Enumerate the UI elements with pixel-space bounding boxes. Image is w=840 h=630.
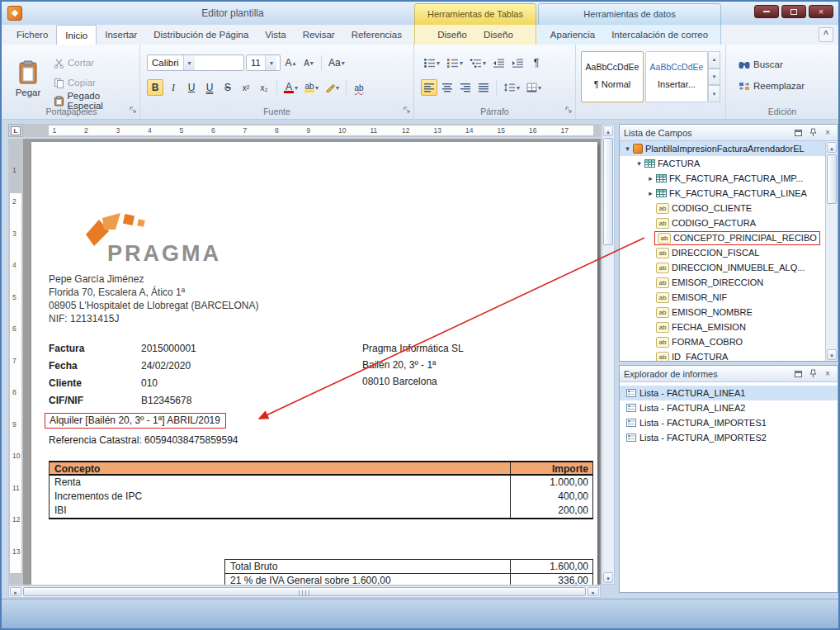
document-page[interactable]: PRAGMA Pepe García Jiménez Florida 70, E… bbox=[31, 142, 597, 585]
close-panel-button[interactable]: × bbox=[822, 368, 833, 380]
strikethrough-button[interactable]: S bbox=[219, 79, 236, 96]
change-case-button[interactable]: Aa▾ bbox=[326, 54, 347, 71]
scroll-up-button[interactable]: ▴ bbox=[827, 142, 837, 153]
scroll-up-button[interactable]: ▴ bbox=[603, 126, 613, 136]
tab-insertar[interactable]: Insertar bbox=[97, 25, 145, 45]
tab-revisar[interactable]: Revisar bbox=[295, 25, 343, 45]
font-color-button[interactable]: A▾ bbox=[281, 79, 300, 96]
tree-item-emisor-direccion[interactable]: ab EMISOR_DIRECCION bbox=[620, 275, 838, 290]
justify-button[interactable] bbox=[475, 79, 492, 96]
tree-item-emisor-nombre[interactable]: ab EMISOR_NOMBRE bbox=[620, 305, 838, 320]
list-item-factura-importes1[interactable]: Lista - FACTURA_IMPORTES1 bbox=[620, 415, 838, 430]
grow-font-button[interactable]: A▴ bbox=[282, 54, 299, 71]
align-center-button[interactable] bbox=[439, 79, 455, 96]
tree-item-emisor-nif[interactable]: ab EMISOR_NIF bbox=[620, 290, 838, 305]
tree-item-codigo-factura[interactable]: ab CODIGO_FACTURA bbox=[620, 216, 838, 230]
gallery-up-button[interactable]: ▴ bbox=[708, 51, 720, 69]
document-vertical-scrollbar[interactable]: ▴ ▾ bbox=[602, 124, 615, 585]
tab-apariencia[interactable]: Apariencia bbox=[542, 25, 603, 45]
table-row[interactable]: 21 % de IVA General sobre 1.600,00 336,0… bbox=[225, 574, 592, 585]
scroll-right-button[interactable]: ▸ bbox=[588, 587, 599, 596]
borders-shading-button[interactable]: ▾ bbox=[524, 79, 544, 96]
numbering-button[interactable]: ▾ bbox=[444, 54, 465, 71]
bold-button[interactable]: B bbox=[147, 79, 163, 96]
copy-button[interactable]: Copiar bbox=[50, 74, 100, 91]
collapse-ribbon-button[interactable]: ^ bbox=[819, 27, 833, 42]
close-panel-button[interactable]: × bbox=[822, 127, 833, 139]
maximize-button[interactable] bbox=[781, 5, 806, 18]
tree-item-direccion-inmueble[interactable]: ab DIRECCION_INMUEBLE_ALQ... bbox=[620, 260, 838, 275]
minimize-button[interactable] bbox=[754, 5, 779, 18]
paste-button[interactable]: Pegar bbox=[8, 51, 48, 106]
font-dialog-launcher[interactable] bbox=[403, 105, 411, 116]
tree-item-fk-linea[interactable]: ▸ FK_FACTURA_FACTURA_LINEA bbox=[620, 186, 838, 201]
tab-selector-box[interactable]: L bbox=[8, 124, 23, 137]
vertical-ruler[interactable]: 12345678910111213 bbox=[8, 139, 23, 585]
tree-item-fk-importes[interactable]: ▸ FK_FACTURA_FACTURA_IMP... bbox=[620, 171, 838, 186]
tree-item-id-factura[interactable]: ab ID_FACTURA bbox=[620, 349, 838, 361]
list-item-factura-linea1[interactable]: Lista - FACTURA_LINEA1 bbox=[620, 386, 838, 400]
table-row[interactable]: Total Bruto 1.600,00 bbox=[225, 560, 592, 574]
multilevel-list-button[interactable]: ▾ bbox=[467, 54, 488, 71]
bullets-button[interactable]: ▾ bbox=[421, 54, 442, 71]
scroll-down-button[interactable]: ▾ bbox=[827, 349, 837, 360]
field-list-header[interactable]: Lista de Campos × bbox=[620, 125, 838, 141]
scrollbar-thumb[interactable] bbox=[827, 154, 837, 204]
expand-arrow-icon[interactable]: ▸ bbox=[645, 174, 656, 182]
gallery-more-button[interactable]: ▾ bbox=[708, 85, 720, 102]
expand-arrow-icon[interactable]: ▸ bbox=[645, 189, 656, 197]
superscript-button[interactable]: x² bbox=[238, 79, 254, 96]
close-button[interactable]: × bbox=[809, 5, 833, 18]
tree-item-direccion-fiscal[interactable]: ab DIRECCION_FISCAL bbox=[620, 245, 838, 260]
italic-button[interactable]: I bbox=[165, 79, 182, 96]
float-panel-button[interactable] bbox=[792, 127, 804, 139]
highlight-color-button[interactable]: ab▾ bbox=[302, 79, 321, 96]
font-name-combo[interactable]: Calibri ▾ bbox=[147, 54, 244, 71]
pin-panel-button[interactable] bbox=[807, 368, 819, 380]
increase-indent-button[interactable] bbox=[509, 54, 526, 71]
show-marks-button[interactable]: ¶ bbox=[528, 54, 545, 71]
clipboard-dialog-launcher[interactable] bbox=[130, 105, 137, 116]
replace-button[interactable]: Reemplazar bbox=[734, 78, 809, 94]
concept-merge-field[interactable]: Alquiler [Bailén 20, 3º - 1ª] ABRIL/2019 bbox=[45, 413, 226, 429]
line-spacing-button[interactable]: ▾ bbox=[501, 79, 522, 96]
document-horizontal-scrollbar[interactable]: ▸ ▸ bbox=[8, 585, 601, 598]
tab-diseno-tablas[interactable]: Diseño bbox=[429, 25, 475, 45]
decrease-indent-button[interactable] bbox=[490, 54, 507, 71]
style-tile-normal[interactable]: AaBbCcDdEe ¶ Normal bbox=[581, 51, 644, 102]
tab-referencias[interactable]: Referencias bbox=[343, 25, 410, 45]
scrollbar-thumb[interactable] bbox=[603, 138, 613, 245]
tab-intercalacion-de-correo[interactable]: Intercalación de correo bbox=[603, 25, 716, 45]
table-row[interactable]: IBI 200,00 bbox=[50, 504, 592, 518]
pin-panel-button[interactable] bbox=[807, 127, 819, 139]
pen-style-button[interactable]: ▾ bbox=[323, 79, 342, 96]
scroll-left-button[interactable]: ▸ bbox=[10, 587, 21, 596]
report-explorer-header[interactable]: Explorador de informes × bbox=[620, 366, 838, 382]
tree-item-factura[interactable]: ▾ FACTURA bbox=[620, 156, 838, 171]
tree-item-codigo-cliente[interactable]: ab CODIGO_CLIENTE bbox=[620, 201, 838, 216]
tab-distribucion-de-pagina[interactable]: Distribución de Página bbox=[145, 25, 257, 45]
paragraph-dialog-launcher[interactable] bbox=[565, 105, 573, 116]
table-row[interactable]: Incrementos de IPC 400,00 bbox=[50, 490, 592, 504]
tree-item-forma-cobro[interactable]: ab FORMA_COBRO bbox=[620, 334, 838, 349]
tree-item-fecha-emision[interactable]: ab FECHA_EMISION bbox=[620, 320, 838, 334]
collapse-arrow-icon[interactable]: ▾ bbox=[634, 159, 644, 168]
align-left-button[interactable] bbox=[421, 79, 437, 96]
report-explorer-list[interactable]: Lista - FACTURA_LINEA1 Lista - FACTURA_L… bbox=[620, 382, 838, 592]
spelling-style-button[interactable]: ab bbox=[351, 79, 367, 96]
gallery-down-button[interactable]: ▾ bbox=[708, 69, 720, 86]
float-panel-button[interactable] bbox=[792, 368, 804, 380]
subscript-button[interactable]: x₂ bbox=[256, 79, 272, 96]
style-tile-insertar[interactable]: AaBbCcDdEe Insertar... bbox=[645, 51, 708, 102]
table-row[interactable]: Renta 1.000,00 bbox=[50, 476, 592, 490]
tab-vista[interactable]: Vista bbox=[257, 25, 294, 45]
scrollbar-thumb[interactable] bbox=[23, 587, 586, 596]
tree-item-concepto-principal-recibo[interactable]: ab CONCEPTO_PRINCIPAL_RECIBO bbox=[620, 230, 838, 245]
find-button[interactable]: Buscar bbox=[734, 56, 787, 73]
font-size-combo[interactable]: 11 ▾ bbox=[246, 54, 281, 71]
list-item-factura-importes2[interactable]: Lista - FACTURA_IMPORTES2 bbox=[620, 430, 838, 445]
invoice-totals-table[interactable]: Total Bruto 1.600,00 21 % de IVA General… bbox=[224, 559, 593, 585]
tree-item-root[interactable]: ▾ PlantillaImpresionFacturaArrendadorEL bbox=[620, 141, 838, 156]
tab-inicio[interactable]: Inicio bbox=[56, 25, 97, 45]
underline-button[interactable]: U bbox=[183, 79, 200, 96]
